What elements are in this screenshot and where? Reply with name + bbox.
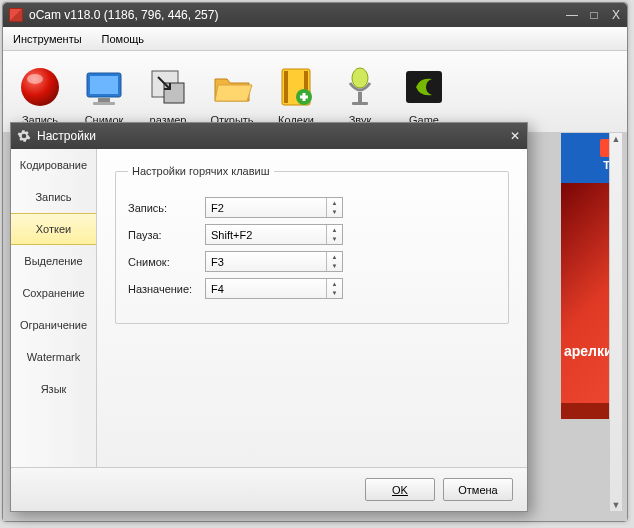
menu-help[interactable]: Помощь (92, 33, 155, 45)
tab-hotkeys[interactable]: Хоткеи (11, 213, 96, 245)
hotkeys-fieldset: Настройки горячих клавиш Запись: F2 ▲▼ П… (115, 165, 509, 324)
pause-hotkey-value: Shift+F2 (211, 229, 252, 241)
target-hotkey-label: Назначение: (128, 283, 205, 295)
hotkeys-legend: Настройки горячих клавиш (128, 165, 274, 177)
target-hotkey-value: F4 (211, 283, 224, 295)
titlebar: oCam v118.0 (1186, 796, 446, 257) — □ X (3, 3, 627, 27)
tab-selection[interactable]: Выделение (11, 245, 96, 277)
resize-icon (145, 64, 191, 110)
svg-rect-4 (98, 98, 110, 102)
window-title: oCam v118.0 (1186, 796, 446, 257) (29, 8, 561, 22)
record-button[interactable]: Запись (9, 55, 71, 128)
target-hotkey-input[interactable]: F4 ▲▼ (205, 278, 343, 299)
record-icon (17, 64, 63, 110)
open-button[interactable]: Открыть (201, 55, 263, 128)
snapshot-hotkey-label: Снимок: (128, 256, 205, 268)
svg-rect-15 (358, 92, 362, 102)
svg-rect-16 (352, 102, 368, 105)
svg-point-0 (21, 68, 59, 106)
menubar: Инструменты Помощь (3, 27, 627, 51)
minimize-button[interactable]: — (561, 8, 583, 22)
tab-encoding[interactable]: Кодирование (11, 149, 96, 181)
spinner-icon[interactable]: ▲▼ (326, 198, 342, 217)
pause-hotkey-input[interactable]: Shift+F2 ▲▼ (205, 224, 343, 245)
dialog-title: Настройки (37, 129, 503, 143)
record-hotkey-input[interactable]: F2 ▲▼ (205, 197, 343, 218)
pause-hotkey-label: Пауза: (128, 229, 205, 241)
gear-icon (17, 129, 31, 143)
banner-text: арелки (564, 343, 613, 359)
codecs-button[interactable]: Кодеки (265, 55, 327, 128)
record-hotkey-value: F2 (211, 202, 224, 214)
maximize-button[interactable]: □ (583, 8, 605, 22)
codecs-icon (273, 64, 319, 110)
ad-banner: X ТВ арелки ▲ ▼ (561, 133, 621, 511)
snapshot-hotkey-value: F3 (211, 256, 224, 268)
spinner-icon[interactable]: ▲▼ (326, 252, 342, 271)
snapshot-hotkey-input[interactable]: F3 ▲▼ (205, 251, 343, 272)
cancel-button[interactable]: Отмена (443, 478, 513, 501)
dialog-close-button[interactable]: ✕ (503, 129, 527, 143)
svg-point-14 (352, 68, 368, 88)
svg-point-1 (27, 74, 43, 84)
svg-rect-9 (284, 71, 288, 103)
svg-rect-5 (93, 102, 115, 105)
dialog-footer: OK Отмена (11, 467, 527, 511)
ok-button[interactable]: OK (365, 478, 435, 501)
close-button[interactable]: X (605, 8, 627, 22)
dialog-titlebar: Настройки ✕ (11, 123, 527, 149)
tab-language[interactable]: Язык (11, 373, 96, 405)
tab-limit[interactable]: Ограничение (11, 309, 96, 341)
menu-tools[interactable]: Инструменты (3, 33, 92, 45)
resize-button[interactable]: размер (137, 55, 199, 128)
dialog-tabs: Кодирование Запись Хоткеи Выделение Сохр… (11, 149, 97, 467)
tab-record[interactable]: Запись (11, 181, 96, 213)
settings-dialog: Настройки ✕ Кодирование Запись Хоткеи Вы… (10, 122, 528, 512)
svg-rect-3 (90, 76, 118, 94)
tab-save[interactable]: Сохранение (11, 277, 96, 309)
monitor-icon (81, 64, 127, 110)
folder-icon (209, 64, 255, 110)
scroll-up-icon[interactable]: ▲ (612, 133, 621, 145)
nvidia-icon (401, 64, 447, 110)
tab-watermark[interactable]: Watermark (11, 341, 96, 373)
spinner-icon[interactable]: ▲▼ (326, 279, 342, 298)
scroll-down-icon[interactable]: ▼ (612, 499, 621, 511)
dialog-body: Кодирование Запись Хоткеи Выделение Сохр… (11, 149, 527, 467)
app-icon (9, 8, 23, 22)
toolbar: Запись Снимок размер Открыть Кодеки (3, 51, 627, 133)
spinner-icon[interactable]: ▲▼ (326, 225, 342, 244)
record-hotkey-label: Запись: (128, 202, 205, 214)
microphone-icon (337, 64, 383, 110)
svg-rect-13 (303, 93, 306, 101)
hotkeys-pane: Настройки горячих клавиш Запись: F2 ▲▼ П… (97, 149, 527, 467)
snapshot-button[interactable]: Снимок (73, 55, 135, 128)
sound-button[interactable]: Звук (329, 55, 391, 128)
game-button[interactable]: Game (393, 55, 455, 128)
scrollbar[interactable]: ▲ ▼ (609, 133, 622, 511)
